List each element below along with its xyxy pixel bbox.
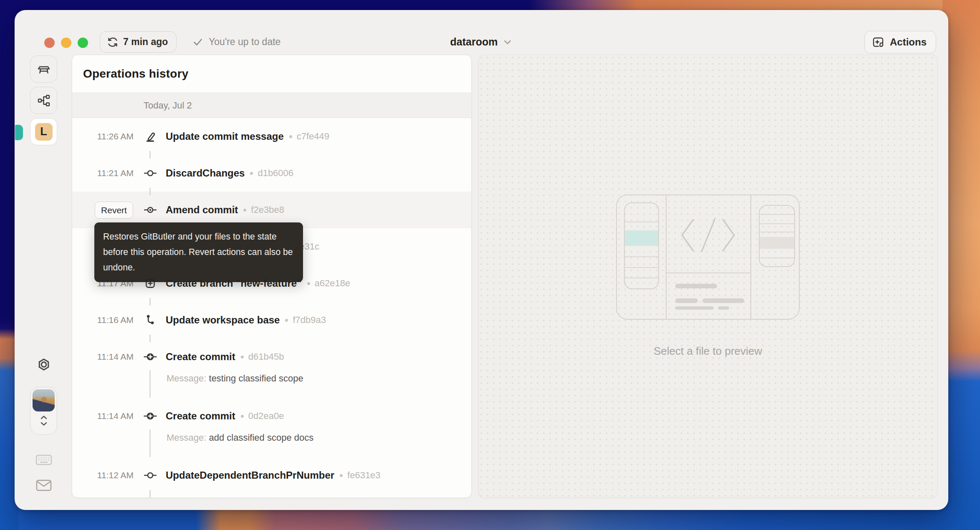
revert-tooltip: Restores GitButler and your files to the… bbox=[94, 222, 303, 282]
commit-plus-icon bbox=[143, 349, 158, 364]
illustration-divider bbox=[666, 195, 667, 319]
illustration-text-bar bbox=[702, 298, 744, 303]
file-preview-panel: Select a file to preview bbox=[478, 55, 937, 498]
code-icon bbox=[679, 215, 738, 255]
operation-time: 11:14 AM bbox=[72, 352, 134, 362]
operation-message: Message: testing classified scope bbox=[167, 373, 303, 384]
active-edge-indicator bbox=[15, 125, 23, 140]
illustration-text-bar bbox=[675, 284, 717, 288]
operation-row[interactable]: 11:16 AM Update workspace base f7db9a3 bbox=[72, 302, 471, 338]
sidebar-workspace-button[interactable] bbox=[30, 56, 57, 83]
flow-graph-icon bbox=[37, 93, 51, 108]
illustration-divider bbox=[666, 273, 750, 273]
operation-title: Update workspace base bbox=[166, 314, 280, 326]
dot-separator bbox=[340, 474, 343, 477]
illustration-side-list bbox=[759, 205, 795, 267]
user-avatar bbox=[33, 389, 55, 411]
dot-separator bbox=[289, 135, 292, 138]
operation-snapshot-hash: d1b6006 bbox=[258, 168, 293, 179]
operation-title: Create commit bbox=[166, 351, 235, 363]
dot-separator bbox=[285, 319, 288, 322]
mail-feedback-icon[interactable] bbox=[35, 478, 53, 492]
operation-title: DiscardChanges bbox=[166, 167, 245, 179]
actions-label: Actions bbox=[890, 36, 927, 48]
dot-separator bbox=[241, 356, 244, 358]
operation-snapshot-hash: f7db9a3 bbox=[293, 315, 326, 326]
operation-snapshot-hash: c7fe449 bbox=[297, 131, 329, 142]
dot-separator bbox=[307, 282, 310, 285]
project-badge: L bbox=[35, 123, 53, 141]
operation-row[interactable]: 11:12 AM UpdateDependentBranchPrNumber f… bbox=[72, 457, 471, 494]
date-group-header: Today, Jul 2 bbox=[72, 93, 471, 118]
gitbutler-window: 7 min ago You're up to date dataroom Act… bbox=[15, 10, 948, 510]
project-name: dataroom bbox=[450, 36, 498, 48]
operations-title: Operations history bbox=[83, 67, 189, 81]
operation-title: UpdateDependentBranchPrNumber bbox=[166, 469, 334, 481]
illustration-divider bbox=[750, 195, 751, 319]
operations-history-panel: Operations history Today, Jul 2 11:26 AM… bbox=[72, 55, 472, 498]
workbench-table-icon bbox=[37, 62, 51, 76]
operation-time: 11:14 AM bbox=[72, 411, 134, 421]
keyboard-shortcuts-icon[interactable] bbox=[35, 453, 53, 467]
desktop: 7 min ago You're up to date dataroom Act… bbox=[0, 0, 980, 530]
operation-title: Update commit message bbox=[166, 131, 284, 142]
operation-title: Create commit bbox=[166, 410, 235, 422]
operation-message: Message: add classified scope docs bbox=[167, 432, 313, 443]
commit-plus-icon bbox=[143, 409, 158, 424]
hexagon-gear-icon bbox=[36, 358, 52, 374]
sidebar-branches-button[interactable] bbox=[30, 87, 57, 114]
illustration-text-bar bbox=[675, 298, 698, 303]
timeline-connector bbox=[149, 429, 151, 457]
operations-header: Operations history bbox=[72, 55, 471, 93]
sparkle-actions-icon bbox=[871, 35, 885, 49]
operation-snapshot-hash: d61b45b bbox=[248, 351, 284, 362]
illustration-file-list bbox=[624, 202, 659, 289]
editor-placeholder-illustration bbox=[616, 194, 800, 320]
chevron-down-icon bbox=[503, 37, 513, 47]
settings-button[interactable] bbox=[30, 352, 57, 379]
amend-icon bbox=[143, 202, 158, 217]
actions-button[interactable]: Actions bbox=[864, 31, 936, 53]
operation-snapshot-hash: 0d2ea0e bbox=[248, 411, 284, 421]
illustration-text-bar bbox=[675, 306, 714, 310]
commit-icon bbox=[143, 166, 158, 181]
operation-row[interactable]: 11:14 AM Create commit d61b45b Message: … bbox=[72, 338, 471, 398]
operation-time: 11:26 AM bbox=[72, 131, 134, 141]
timeline-connector bbox=[149, 370, 151, 398]
dot-separator bbox=[250, 172, 253, 175]
operation-snapshot-hash: a62e18e bbox=[315, 278, 351, 289]
chevrons-up-down-icon bbox=[38, 413, 50, 428]
date-group-label: Today, Jul 2 bbox=[144, 100, 192, 111]
project-selector[interactable]: dataroom bbox=[15, 31, 948, 53]
operation-title: Amend commit bbox=[166, 204, 238, 216]
edit-icon bbox=[143, 129, 158, 144]
operation-snapshot-hash: fe631e3 bbox=[347, 470, 381, 481]
operation-row[interactable]: 11:14 AM Create commit 0d2ea0e Message: … bbox=[72, 398, 471, 457]
operation-snapshot-hash: f2e3be8 bbox=[251, 204, 284, 215]
preview-placeholder-text: Select a file to preview bbox=[479, 345, 937, 358]
operation-row[interactable]: 11:26 AM Update commit message c7fe449 bbox=[72, 118, 471, 155]
operations-list: 11:26 AM Update commit message c7fe449 1… bbox=[72, 118, 471, 494]
illustration-text-bar bbox=[718, 306, 729, 310]
sidebar-project-history-button[interactable]: L bbox=[30, 118, 57, 145]
operation-time: 11:21 AM bbox=[72, 168, 134, 178]
workspace-base-icon bbox=[143, 313, 158, 328]
dot-separator bbox=[241, 415, 244, 418]
commit-icon bbox=[143, 468, 158, 483]
profile-switcher[interactable] bbox=[30, 387, 57, 435]
dot-separator bbox=[243, 209, 246, 212]
operation-time: 11:16 AM bbox=[72, 315, 134, 325]
operation-time: 11:12 AM bbox=[72, 470, 134, 480]
revert-button[interactable]: Revert bbox=[95, 202, 133, 219]
operation-row[interactable]: 11:21 AM DiscardChanges d1b6006 bbox=[72, 155, 471, 192]
